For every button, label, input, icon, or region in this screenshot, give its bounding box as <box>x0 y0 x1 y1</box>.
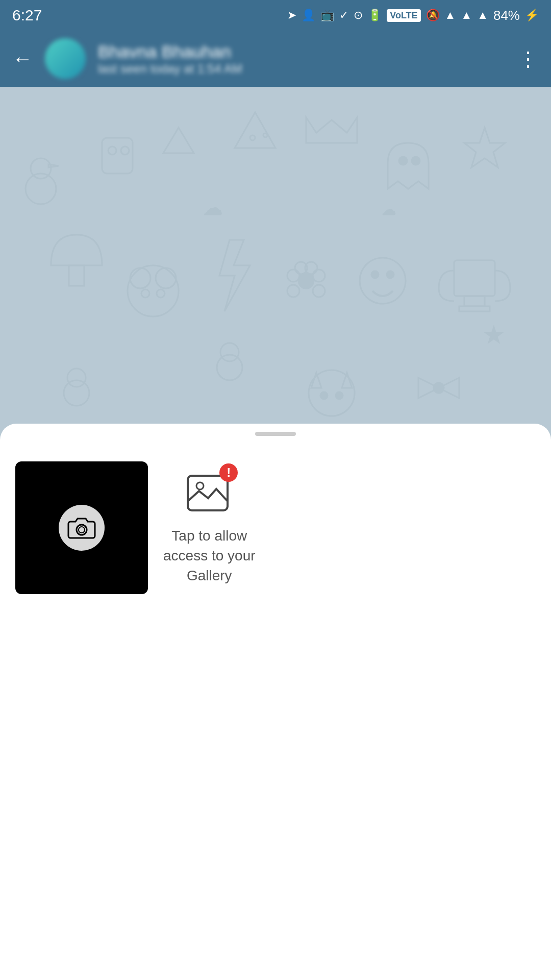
camera-shutter <box>59 505 105 551</box>
wifi-call-icon: ⊙ <box>354 9 363 22</box>
svg-text:★: ★ <box>485 324 503 346</box>
svg-point-18 <box>298 273 314 288</box>
svg-point-32 <box>67 369 86 387</box>
media-row: ! Tap to allow access to your Gallery <box>0 451 551 604</box>
mute-icon: 🔕 <box>426 9 440 22</box>
sheet-body <box>0 604 551 880</box>
svg-point-34 <box>220 343 239 361</box>
svg-point-38 <box>320 392 328 399</box>
svg-rect-12 <box>69 265 84 286</box>
status-time: 6:27 <box>12 7 42 24</box>
svg-point-42 <box>434 383 444 393</box>
svg-point-22 <box>313 285 325 297</box>
svg-point-7 <box>250 135 255 140</box>
camera-preview[interactable] <box>15 461 148 594</box>
svg-point-5 <box>121 146 129 155</box>
svg-point-13 <box>128 265 179 316</box>
gallery-permission-text: Tap to allow access to your Gallery <box>163 526 256 586</box>
signal-icon-2: ▲ <box>477 9 488 22</box>
app-header: ← Bhavna Bhauhan last seen today at 1:54… <box>0 31 551 87</box>
svg-point-39 <box>336 392 343 399</box>
svg-point-8 <box>263 133 267 137</box>
svg-point-19 <box>287 270 299 282</box>
svg-text:☁: ☁ <box>204 198 222 218</box>
gallery-icon-wrapper: ! <box>184 467 235 518</box>
contact-name[interactable]: Bhavna Bhauhan <box>98 42 506 62</box>
contact-status: last seen today at 1:54 AM <box>98 62 506 76</box>
svg-point-26 <box>371 271 379 278</box>
svg-point-20 <box>313 270 325 282</box>
camera-icon <box>66 512 97 543</box>
navigation-icon: ➤ <box>287 9 296 22</box>
wifi-icon: ▲ <box>445 9 456 22</box>
svg-point-10 <box>412 157 420 165</box>
svg-rect-49 <box>188 476 228 510</box>
bottom-sheet: ! Tap to allow access to your Gallery <box>0 424 551 980</box>
svg-point-15 <box>156 268 176 288</box>
cast-icon: 📺 <box>320 9 334 22</box>
status-icons: ➤ 👤 📺 ✓ ⊙ 🔋 VoLTE 🔕 ▲ ▲ ▲ 84% ⚡ <box>287 8 539 23</box>
svg-point-1 <box>31 158 51 179</box>
svg-point-4 <box>108 146 116 155</box>
contact-avatar[interactable] <box>45 38 86 79</box>
svg-point-27 <box>387 271 394 278</box>
contact-info: Bhavna Bhauhan last seen today at 1:54 A… <box>98 42 506 76</box>
gallery-alert-badge: ! <box>219 463 238 482</box>
back-button[interactable]: ← <box>12 47 33 70</box>
check-icon: ✓ <box>339 9 348 22</box>
svg-marker-6 <box>163 128 194 153</box>
volte-badge: VoLTE <box>387 9 420 22</box>
svg-point-16 <box>141 289 149 298</box>
signal-icon-1: ▲ <box>461 9 472 22</box>
svg-point-17 <box>157 289 165 298</box>
battery-percent: 84% <box>493 8 520 23</box>
svg-point-50 <box>196 482 204 489</box>
svg-point-14 <box>130 268 151 288</box>
background-pattern: ★ ★ ☁ ☁ <box>0 87 551 475</box>
battery-icon: 🔋 <box>368 9 382 22</box>
sheet-handle <box>255 432 296 436</box>
svg-text:☁: ☁ <box>383 203 395 217</box>
svg-rect-3 <box>102 138 133 174</box>
svg-point-48 <box>79 527 85 533</box>
charging-icon: ⚡ <box>525 9 539 22</box>
svg-marker-11 <box>464 128 505 167</box>
header-menu-button[interactable]: ⋮ <box>518 47 539 70</box>
svg-rect-28 <box>454 260 495 296</box>
svg-point-9 <box>399 157 407 165</box>
gallery-permission[interactable]: ! Tap to allow access to your Gallery <box>163 461 256 586</box>
svg-point-33 <box>217 355 242 380</box>
chat-background: ★ ★ ☁ ☁ <box>0 87 551 475</box>
status-bar: 6:27 ➤ 👤 📺 ✓ ⊙ 🔋 VoLTE 🔕 ▲ ▲ ▲ 84% ⚡ <box>0 0 551 31</box>
person-icon: 👤 <box>302 9 315 22</box>
svg-point-31 <box>64 380 89 406</box>
svg-point-21 <box>287 285 299 297</box>
svg-rect-29 <box>464 296 485 306</box>
svg-rect-30 <box>459 306 490 311</box>
